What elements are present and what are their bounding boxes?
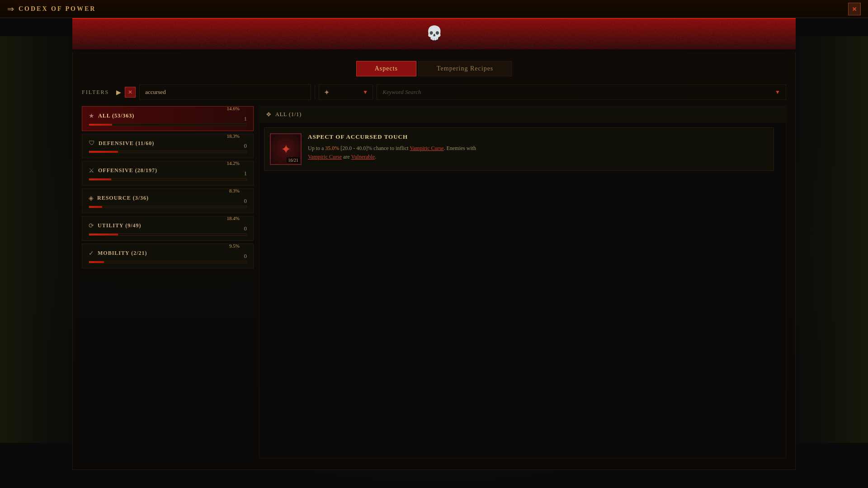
resource-progress-track — [89, 206, 247, 208]
offensive-progress-fill — [89, 178, 111, 180]
highlight-pct: 35.0% — [325, 145, 339, 151]
aspect-icon: ✦ 16/21 — [270, 133, 302, 165]
vulnerable-link[interactable]: Vulnerable — [351, 154, 375, 160]
defensive-progress-label: 18.3% — [227, 133, 240, 139]
all-progress-fill — [89, 124, 112, 126]
filters-label: FILTERS — [82, 89, 113, 96]
filter-clear-button[interactable]: ✕ — [125, 87, 136, 98]
mobility-progress-label: 9.5% — [229, 243, 240, 249]
tab-row: Aspects Tempering Recipes — [73, 52, 795, 84]
all-name: ALL (53/363) — [98, 113, 134, 119]
desc-end: are — [342, 154, 351, 160]
desc-final: . — [375, 154, 376, 160]
category-defensive[interactable]: 🛡 DEFENSIVE (11/60) 18.3% 0 — [82, 134, 254, 158]
title-arrow-icon: ⇒ — [7, 4, 14, 14]
category-utility[interactable]: ⟳ UTILITY (9/49) 18.4% 0 — [82, 216, 254, 241]
aspect-icon-count: 16/21 — [287, 157, 300, 163]
desc-mid: [20.0 - 40.0]% chance to inflict — [339, 145, 410, 151]
vampiric-curse-link-2[interactable]: Vampiric Curse — [308, 154, 342, 160]
defensive-badge: 0 — [244, 142, 247, 150]
panel-all-label: ALL (1/1) — [275, 111, 302, 118]
app-title: CODEX OF POWER — [19, 5, 96, 13]
panel-all-icon: ❖ — [266, 111, 272, 118]
all-badge: 1 — [244, 115, 247, 122]
all-progress-label: 14.6% — [227, 106, 240, 111]
aspect-text: ASPECT OF ACCURSED TOUCH Up to a 35.0% [… — [308, 133, 768, 165]
desc-prefix: Up to a — [308, 145, 325, 151]
filters-bar: FILTERS ▶ ✕ ✦ ▼ Keyword Search ▼ — [82, 84, 786, 101]
category-all[interactable]: ★ ALL (53/363) 14.6% 1 — [82, 106, 254, 131]
utility-progress-track — [89, 233, 247, 236]
resource-badge: 0 — [244, 197, 247, 205]
utility-name: UTILITY (9/49) — [98, 222, 142, 229]
red-banner: 💀 — [72, 18, 796, 50]
mobility-progress-track — [89, 261, 247, 263]
aspect-icon-symbol: ✦ — [281, 142, 291, 157]
defensive-progress-fill — [89, 151, 118, 153]
close-button[interactable] — [848, 3, 861, 15]
category-offensive[interactable]: ⚔ OFFENSIVE (28/197) 14.2% 1 — [82, 161, 254, 186]
utility-icon: ⟳ — [89, 222, 94, 230]
category-resource[interactable]: ◈ RESOURCE (3/36) 8.3% 0 — [82, 188, 254, 213]
top-bar: ⇒ CODEX OF POWER — [0, 0, 868, 18]
category-mobility[interactable]: ✓ MOBILITY (2/21) 9.5% 0 — [82, 244, 254, 268]
filter-divider — [315, 84, 315, 100]
offensive-badge: 1 — [244, 170, 247, 177]
class-dropdown-icon: ▼ — [363, 89, 368, 96]
right-panel: ❖ ALL (1/1) ✦ 16/21 ASPECT OF ACCURSED T… — [259, 106, 786, 458]
mobility-icon: ✓ — [89, 249, 94, 257]
left-decoration — [0, 36, 81, 443]
aspect-description: Up to a 35.0% [20.0 - 40.0]% chance to i… — [308, 144, 768, 161]
offensive-progress-track — [89, 178, 247, 181]
resource-icon: ◈ — [89, 194, 94, 202]
keyword-placeholder: Keyword Search — [382, 89, 421, 96]
skull-icon: 💀 — [425, 25, 443, 43]
right-panel-header: ❖ ALL (1/1) — [259, 107, 786, 123]
mobility-badge: 0 — [244, 253, 247, 260]
filter-search-input[interactable] — [139, 84, 311, 100]
offensive-icon: ⚔ — [89, 167, 94, 174]
filter-class-button[interactable]: ✦ ▼ — [319, 84, 373, 100]
filters-arrow-icon: ▶ — [116, 89, 121, 96]
filter-keyword-button[interactable]: Keyword Search ▼ — [377, 84, 786, 100]
aspect-card: ✦ 16/21 ASPECT OF ACCURSED TOUCH Up to a… — [264, 127, 774, 171]
defensive-icon: 🛡 — [89, 140, 95, 147]
utility-badge: 0 — [244, 225, 247, 232]
mobility-name: MOBILITY (2/21) — [98, 250, 147, 257]
offensive-progress-label: 14.2% — [227, 160, 240, 166]
all-progress-track — [89, 123, 247, 126]
utility-progress-fill — [89, 234, 118, 235]
aspect-name: ASPECT OF ACCURSED TOUCH — [308, 133, 768, 141]
desc-mid2: . Enemies with — [443, 145, 476, 151]
resource-progress-fill — [89, 206, 102, 208]
all-icon: ★ — [89, 112, 94, 120]
class-icon: ✦ — [324, 88, 330, 97]
mobility-progress-fill — [89, 261, 104, 263]
utility-progress-label: 18.4% — [227, 216, 240, 221]
defensive-name: DEFENSIVE (11/60) — [99, 140, 154, 147]
resource-progress-label: 8.3% — [229, 188, 240, 193]
tab-aspects[interactable]: Aspects — [356, 61, 416, 76]
content-area: ★ ALL (53/363) 14.6% 1 🛡 DEFEN — [82, 106, 786, 458]
keyword-dropdown-icon: ▼ — [775, 89, 780, 96]
left-panel: ★ ALL (53/363) 14.6% 1 🛡 DEFEN — [82, 106, 254, 458]
main-container: Aspects Tempering Recipes FILTERS ▶ ✕ ✦ … — [72, 52, 796, 470]
offensive-name: OFFENSIVE (28/197) — [98, 167, 157, 174]
tab-tempering-recipes[interactable]: Tempering Recipes — [418, 61, 512, 76]
right-panel-content[interactable]: ✦ 16/21 ASPECT OF ACCURSED TOUCH Up to a… — [259, 123, 786, 458]
vampiric-curse-link-1[interactable]: Vampiric Curse — [410, 145, 443, 151]
right-decoration — [787, 36, 868, 443]
resource-name: RESOURCE (3/36) — [97, 195, 149, 202]
defensive-progress-track — [89, 150, 247, 153]
